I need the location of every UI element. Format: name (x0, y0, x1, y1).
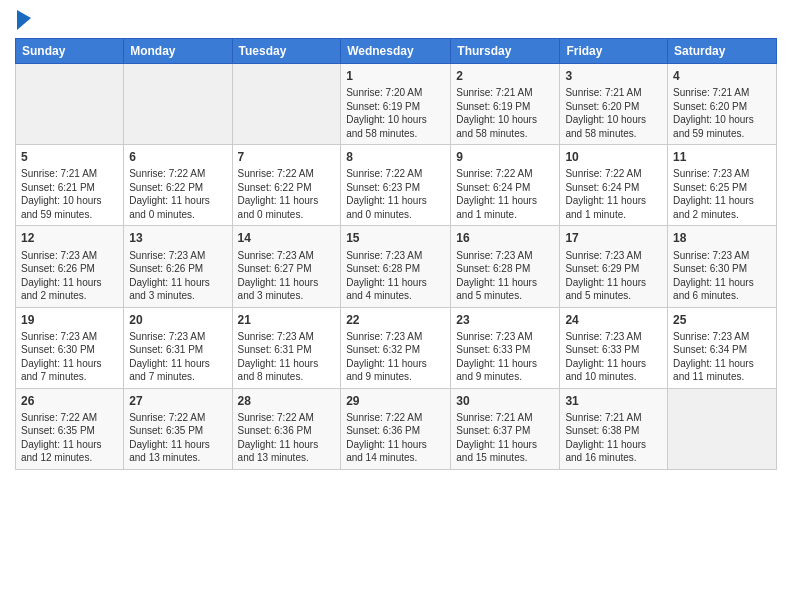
day-number: 24 (565, 312, 662, 328)
day-header-tuesday: Tuesday (232, 39, 341, 64)
day-number: 29 (346, 393, 445, 409)
day-info: Sunrise: 7:23 AM Sunset: 6:29 PM Dayligh… (565, 249, 662, 303)
day-info: Sunrise: 7:23 AM Sunset: 6:28 PM Dayligh… (456, 249, 554, 303)
calendar-cell: 15Sunrise: 7:23 AM Sunset: 6:28 PM Dayli… (341, 226, 451, 307)
calendar-cell: 3Sunrise: 7:21 AM Sunset: 6:20 PM Daylig… (560, 64, 668, 145)
day-number: 11 (673, 149, 771, 165)
calendar-cell: 11Sunrise: 7:23 AM Sunset: 6:25 PM Dayli… (668, 145, 777, 226)
day-header-friday: Friday (560, 39, 668, 64)
calendar-cell: 14Sunrise: 7:23 AM Sunset: 6:27 PM Dayli… (232, 226, 341, 307)
calendar-cell: 6Sunrise: 7:22 AM Sunset: 6:22 PM Daylig… (124, 145, 232, 226)
calendar-cell: 30Sunrise: 7:21 AM Sunset: 6:37 PM Dayli… (451, 388, 560, 469)
calendar-cell: 16Sunrise: 7:23 AM Sunset: 6:28 PM Dayli… (451, 226, 560, 307)
day-number: 7 (238, 149, 336, 165)
day-info: Sunrise: 7:23 AM Sunset: 6:26 PM Dayligh… (129, 249, 226, 303)
calendar-cell: 12Sunrise: 7:23 AM Sunset: 6:26 PM Dayli… (16, 226, 124, 307)
calendar-cell: 4Sunrise: 7:21 AM Sunset: 6:20 PM Daylig… (668, 64, 777, 145)
calendar-cell (232, 64, 341, 145)
day-header-monday: Monday (124, 39, 232, 64)
calendar-cell: 21Sunrise: 7:23 AM Sunset: 6:31 PM Dayli… (232, 307, 341, 388)
day-header-wednesday: Wednesday (341, 39, 451, 64)
day-info: Sunrise: 7:23 AM Sunset: 6:33 PM Dayligh… (456, 330, 554, 384)
calendar-cell (668, 388, 777, 469)
day-info: Sunrise: 7:22 AM Sunset: 6:22 PM Dayligh… (238, 167, 336, 221)
day-number: 13 (129, 230, 226, 246)
day-info: Sunrise: 7:23 AM Sunset: 6:33 PM Dayligh… (565, 330, 662, 384)
calendar-cell: 8Sunrise: 7:22 AM Sunset: 6:23 PM Daylig… (341, 145, 451, 226)
svg-marker-0 (17, 10, 31, 30)
day-info: Sunrise: 7:21 AM Sunset: 6:38 PM Dayligh… (565, 411, 662, 465)
day-number: 16 (456, 230, 554, 246)
calendar-cell: 28Sunrise: 7:22 AM Sunset: 6:36 PM Dayli… (232, 388, 341, 469)
day-info: Sunrise: 7:22 AM Sunset: 6:22 PM Dayligh… (129, 167, 226, 221)
day-info: Sunrise: 7:23 AM Sunset: 6:34 PM Dayligh… (673, 330, 771, 384)
day-info: Sunrise: 7:21 AM Sunset: 6:37 PM Dayligh… (456, 411, 554, 465)
day-number: 17 (565, 230, 662, 246)
calendar-cell: 17Sunrise: 7:23 AM Sunset: 6:29 PM Dayli… (560, 226, 668, 307)
day-number: 25 (673, 312, 771, 328)
calendar-cell: 20Sunrise: 7:23 AM Sunset: 6:31 PM Dayli… (124, 307, 232, 388)
calendar-week-row: 19Sunrise: 7:23 AM Sunset: 6:30 PM Dayli… (16, 307, 777, 388)
day-header-saturday: Saturday (668, 39, 777, 64)
day-info: Sunrise: 7:21 AM Sunset: 6:21 PM Dayligh… (21, 167, 118, 221)
day-number: 6 (129, 149, 226, 165)
calendar-cell: 27Sunrise: 7:22 AM Sunset: 6:35 PM Dayli… (124, 388, 232, 469)
day-info: Sunrise: 7:22 AM Sunset: 6:36 PM Dayligh… (238, 411, 336, 465)
logo-icon (17, 10, 31, 30)
day-info: Sunrise: 7:23 AM Sunset: 6:26 PM Dayligh… (21, 249, 118, 303)
calendar-week-row: 12Sunrise: 7:23 AM Sunset: 6:26 PM Dayli… (16, 226, 777, 307)
day-number: 4 (673, 68, 771, 84)
day-info: Sunrise: 7:22 AM Sunset: 6:24 PM Dayligh… (565, 167, 662, 221)
day-info: Sunrise: 7:21 AM Sunset: 6:19 PM Dayligh… (456, 86, 554, 140)
calendar-week-row: 1Sunrise: 7:20 AM Sunset: 6:19 PM Daylig… (16, 64, 777, 145)
calendar-cell: 7Sunrise: 7:22 AM Sunset: 6:22 PM Daylig… (232, 145, 341, 226)
day-info: Sunrise: 7:23 AM Sunset: 6:30 PM Dayligh… (673, 249, 771, 303)
day-info: Sunrise: 7:22 AM Sunset: 6:35 PM Dayligh… (129, 411, 226, 465)
day-number: 23 (456, 312, 554, 328)
header (15, 10, 777, 30)
day-info: Sunrise: 7:23 AM Sunset: 6:25 PM Dayligh… (673, 167, 771, 221)
day-info: Sunrise: 7:22 AM Sunset: 6:36 PM Dayligh… (346, 411, 445, 465)
calendar-cell: 31Sunrise: 7:21 AM Sunset: 6:38 PM Dayli… (560, 388, 668, 469)
day-number: 9 (456, 149, 554, 165)
calendar-cell: 24Sunrise: 7:23 AM Sunset: 6:33 PM Dayli… (560, 307, 668, 388)
day-number: 1 (346, 68, 445, 84)
calendar-cell: 18Sunrise: 7:23 AM Sunset: 6:30 PM Dayli… (668, 226, 777, 307)
calendar-cell (124, 64, 232, 145)
calendar-cell (16, 64, 124, 145)
calendar-cell: 19Sunrise: 7:23 AM Sunset: 6:30 PM Dayli… (16, 307, 124, 388)
day-info: Sunrise: 7:22 AM Sunset: 6:23 PM Dayligh… (346, 167, 445, 221)
calendar-cell: 5Sunrise: 7:21 AM Sunset: 6:21 PM Daylig… (16, 145, 124, 226)
calendar-header-row: SundayMondayTuesdayWednesdayThursdayFrid… (16, 39, 777, 64)
day-info: Sunrise: 7:23 AM Sunset: 6:27 PM Dayligh… (238, 249, 336, 303)
day-number: 22 (346, 312, 445, 328)
day-number: 28 (238, 393, 336, 409)
calendar-cell: 2Sunrise: 7:21 AM Sunset: 6:19 PM Daylig… (451, 64, 560, 145)
day-number: 2 (456, 68, 554, 84)
calendar-cell: 1Sunrise: 7:20 AM Sunset: 6:19 PM Daylig… (341, 64, 451, 145)
day-info: Sunrise: 7:23 AM Sunset: 6:30 PM Dayligh… (21, 330, 118, 384)
logo-text (15, 10, 31, 30)
day-number: 30 (456, 393, 554, 409)
calendar-cell: 9Sunrise: 7:22 AM Sunset: 6:24 PM Daylig… (451, 145, 560, 226)
day-number: 5 (21, 149, 118, 165)
day-number: 27 (129, 393, 226, 409)
day-number: 20 (129, 312, 226, 328)
calendar-week-row: 5Sunrise: 7:21 AM Sunset: 6:21 PM Daylig… (16, 145, 777, 226)
calendar-cell: 13Sunrise: 7:23 AM Sunset: 6:26 PM Dayli… (124, 226, 232, 307)
day-info: Sunrise: 7:21 AM Sunset: 6:20 PM Dayligh… (673, 86, 771, 140)
day-info: Sunrise: 7:23 AM Sunset: 6:31 PM Dayligh… (129, 330, 226, 384)
day-number: 12 (21, 230, 118, 246)
day-number: 10 (565, 149, 662, 165)
calendar-cell: 22Sunrise: 7:23 AM Sunset: 6:32 PM Dayli… (341, 307, 451, 388)
day-info: Sunrise: 7:23 AM Sunset: 6:32 PM Dayligh… (346, 330, 445, 384)
day-number: 14 (238, 230, 336, 246)
day-info: Sunrise: 7:20 AM Sunset: 6:19 PM Dayligh… (346, 86, 445, 140)
day-number: 31 (565, 393, 662, 409)
day-number: 8 (346, 149, 445, 165)
calendar-table: SundayMondayTuesdayWednesdayThursdayFrid… (15, 38, 777, 470)
day-info: Sunrise: 7:21 AM Sunset: 6:20 PM Dayligh… (565, 86, 662, 140)
day-number: 15 (346, 230, 445, 246)
day-header-thursday: Thursday (451, 39, 560, 64)
calendar-week-row: 26Sunrise: 7:22 AM Sunset: 6:35 PM Dayli… (16, 388, 777, 469)
